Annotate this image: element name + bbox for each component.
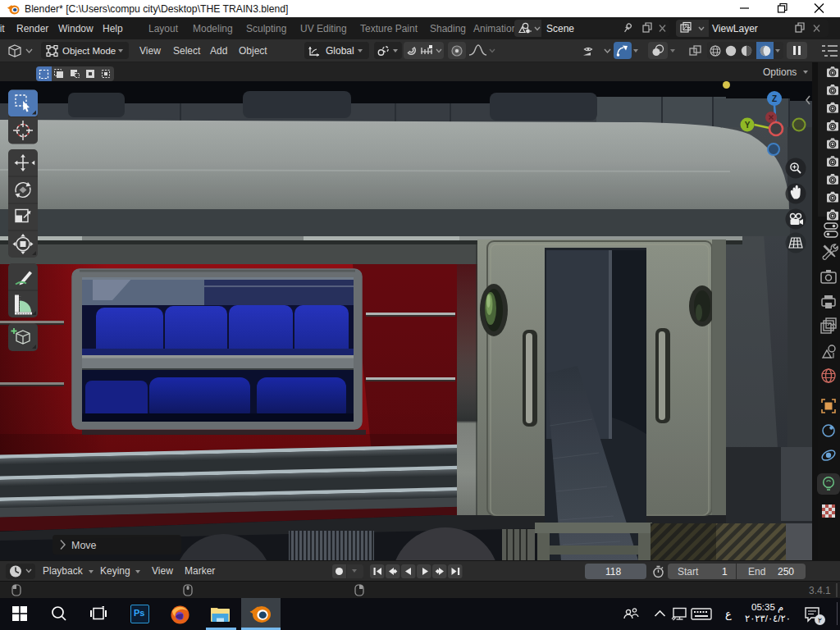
svg-text:Y: Y	[745, 121, 751, 130]
svg-text:Z: Z	[772, 94, 777, 103]
svg-text:Move: Move	[71, 540, 97, 551]
svg-text:٢: ٢	[818, 616, 822, 624]
